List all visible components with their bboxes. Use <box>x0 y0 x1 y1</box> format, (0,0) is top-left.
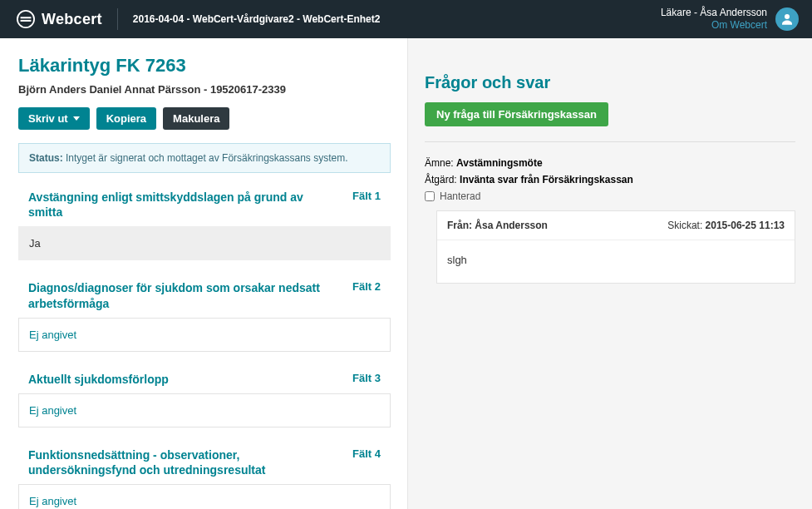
message-sent: Skickat: 2015-06-25 11:13 <box>667 220 785 231</box>
page-title: Läkarintyg FK 7263 <box>18 55 391 77</box>
field-title: Diagnos/diagnoser för sjukdom som orsaka… <box>28 280 327 310</box>
field-label: Fält 1 <box>352 190 381 202</box>
qa-thread: Ämne: Avstämningsmöte Åtgärd: Invänta sv… <box>425 157 795 284</box>
action-buttons: Skriv ut Kopiera Makulera <box>18 107 391 130</box>
field-title: Aktuellt sjukdomsförlopp <box>28 372 169 387</box>
subject-label: Ämne: <box>425 157 454 169</box>
field-title: Funktionsnedsättning - observationer, un… <box>28 447 327 477</box>
status-label: Status: <box>29 152 63 164</box>
certificate-panel: Läkarintyg FK 7263 Björn Anders Daniel A… <box>0 38 407 509</box>
message-from: Från: Åsa Andersson <box>447 220 548 231</box>
brand-text: Webcert <box>42 11 102 28</box>
print-button[interactable]: Skriv ut <box>18 107 90 130</box>
header-divider <box>117 8 118 30</box>
field-label: Fält 4 <box>352 447 381 460</box>
copy-button[interactable]: Kopiera <box>96 107 156 130</box>
from-value: Åsa Andersson <box>475 220 548 231</box>
svg-rect-1 <box>21 17 32 18</box>
field-value: Ja <box>18 226 391 260</box>
qa-action: Åtgärd: Invänta svar från Försäkringskas… <box>425 174 795 185</box>
svg-point-0 <box>17 11 34 27</box>
status-text: Intyget är signerat och mottaget av Förs… <box>66 152 347 164</box>
field-block: Avstängning enligt smittskyddslagen på g… <box>18 181 391 260</box>
handled-checkbox[interactable] <box>425 191 435 201</box>
message-body: slgh <box>437 240 795 283</box>
status-box: Status: Intyget är signerat och mottaget… <box>18 143 391 173</box>
brand[interactable]: Webcert <box>17 10 102 28</box>
header-context: 2016-04-04 - WebCert-Vårdgivare2 - WebCe… <box>133 13 381 25</box>
handled-checkbox-row[interactable]: Hanterad <box>425 190 795 202</box>
header-user: Läkare - Åsa Andersson Om Webcert <box>661 7 767 32</box>
patient-line: Björn Anders Daniel Annat Pärsson - 1952… <box>18 83 391 96</box>
field-label: Fält 2 <box>352 280 381 293</box>
subject-value: Avstämningsmöte <box>456 157 543 169</box>
field-label: Fält 3 <box>352 372 381 384</box>
qa-panel: Frågor och svar Ny fråga till Försäkring… <box>407 38 812 509</box>
avatar-icon[interactable] <box>775 7 799 31</box>
field-value: Ej angivet <box>18 484 391 509</box>
print-label: Skriv ut <box>28 112 68 125</box>
message-card: Från: Åsa Andersson Skickat: 2015-06-25 … <box>436 210 795 284</box>
field-value: Ej angivet <box>18 393 391 427</box>
qa-subject: Ämne: Avstämningsmöte <box>425 157 795 169</box>
qa-title: Frågor och svar <box>425 73 795 92</box>
svg-point-3 <box>785 14 790 19</box>
action-value: Invänta svar från Försäkringskassan <box>460 174 633 185</box>
sent-label: Skickat: <box>667 220 702 231</box>
from-label: Från: <box>447 220 472 231</box>
new-question-button[interactable]: Ny fråga till Försäkringskassan <box>425 102 608 126</box>
divider <box>425 141 795 142</box>
user-role: Läkare - Åsa Andersson <box>661 7 767 19</box>
field-block: Diagnos/diagnoser för sjukdom som orsaka… <box>18 272 391 351</box>
app-header: Webcert 2016-04-04 - WebCert-Vårdgivare2… <box>0 0 812 38</box>
field-block: Aktuellt sjukdomsförlopp Fält 3 Ej angiv… <box>18 363 391 427</box>
invalidate-button[interactable]: Makulera <box>163 107 229 130</box>
action-label: Åtgärd: <box>425 174 457 185</box>
svg-rect-2 <box>21 20 32 22</box>
handled-label: Hanterad <box>440 190 480 202</box>
about-link[interactable]: Om Webcert <box>661 19 767 32</box>
field-title: Avstängning enligt smittskyddslagen på g… <box>28 190 327 220</box>
sent-value: 2015-06-25 11:13 <box>706 220 785 231</box>
logo-icon <box>17 10 35 28</box>
field-value: Ej angivet <box>18 318 391 352</box>
chevron-down-icon <box>73 116 80 121</box>
field-block: Funktionsnedsättning - observationer, un… <box>18 439 391 509</box>
